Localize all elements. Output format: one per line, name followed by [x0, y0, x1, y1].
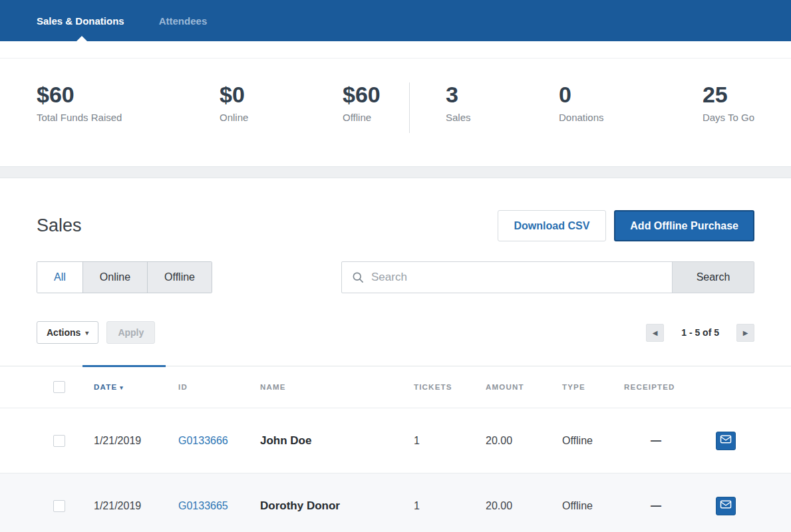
stat-label: Online	[220, 112, 343, 123]
column-header-id[interactable]: ID	[178, 383, 260, 391]
filter-row: All Online Offline Search	[0, 241, 791, 293]
cell-tickets: 1	[414, 500, 486, 512]
stat-days-to-go: 25 Days To Go	[703, 81, 754, 123]
cell-name: Dorothy Donor	[260, 499, 414, 513]
cell-receipted: —	[624, 435, 704, 447]
pagination: ◀ 1 - 5 of 5 ▶	[646, 324, 754, 342]
sales-header: Sales Download CSV Add Offline Purchase	[0, 178, 791, 241]
cell-type: Offline	[562, 435, 624, 447]
cell-name: John Doe	[260, 434, 414, 448]
stat-label: Donations	[559, 112, 672, 123]
stat-total-funds: $60 Total Funds Raised	[37, 81, 220, 123]
tab-attendees[interactable]: Attendees	[159, 15, 208, 27]
row-checkbox[interactable]	[53, 500, 65, 512]
cell-receipted: —	[624, 500, 704, 512]
stat-label: Sales	[446, 112, 559, 123]
prev-page-icon: ◀	[653, 329, 658, 336]
stat-value: 25	[703, 81, 754, 108]
stat-value: $60	[343, 81, 409, 108]
cell-id-link[interactable]: G0133665	[178, 500, 260, 512]
stat-value: $0	[220, 81, 343, 108]
cell-type: Offline	[562, 500, 624, 512]
active-tab-caret-icon	[77, 36, 87, 41]
sales-panel: Sales Download CSV Add Offline Purchase …	[0, 178, 791, 532]
column-header-name[interactable]: NAME	[260, 383, 414, 391]
stat-online: $0 Online	[220, 81, 343, 123]
active-tab-underline	[82, 365, 166, 367]
top-navbar: Sales & Donations Attendees	[0, 0, 791, 41]
cell-amount: 20.00	[486, 500, 562, 512]
stats-summary: $60 Total Funds Raised $0 Online $60 Off…	[0, 59, 791, 167]
apply-button[interactable]: Apply	[106, 321, 155, 344]
email-icon	[720, 499, 732, 512]
filter-online[interactable]: Online	[82, 262, 147, 293]
row-checkbox[interactable]	[53, 435, 65, 447]
stat-donations: 0 Donations	[559, 81, 672, 123]
next-page-icon: ▶	[743, 329, 748, 336]
cell-date: 1/21/2019	[94, 435, 178, 447]
search-group: Search	[341, 261, 754, 293]
download-csv-button[interactable]: Download CSV	[498, 210, 607, 241]
stat-label: Days To Go	[703, 112, 754, 123]
stats-divider	[409, 82, 410, 133]
column-header-type[interactable]: TYPE	[562, 383, 624, 391]
search-icon	[351, 271, 365, 284]
subnav-strip	[0, 41, 791, 59]
table-divider	[0, 366, 791, 366]
cell-amount: 20.00	[486, 435, 562, 447]
stat-sales: 3 Sales	[446, 81, 559, 123]
tab-sales-and-donations[interactable]: Sales & Donations	[37, 15, 124, 27]
stat-label: Offline	[343, 112, 409, 123]
search-input[interactable]	[371, 271, 663, 284]
chevron-down-icon: ▾	[85, 329, 88, 336]
pagination-range: 1 - 5 of 5	[681, 327, 719, 338]
actions-row: Actions ▾ Apply ◀ 1 - 5 of 5 ▶	[0, 293, 791, 344]
select-all-checkbox[interactable]	[53, 381, 65, 393]
stat-value: 0	[559, 81, 672, 108]
table-row: 1/21/2019 G0133665 Dorothy Donor 1 20.00…	[0, 473, 791, 532]
table-row: 1/21/2019 G0133666 John Doe 1 20.00 Offl…	[0, 408, 791, 473]
column-header-date-label: DATE	[94, 383, 117, 391]
cell-date: 1/21/2019	[94, 500, 178, 512]
column-header-amount[interactable]: AMOUNT	[486, 383, 562, 391]
actions-label: Actions	[47, 327, 80, 338]
send-receipt-button[interactable]	[716, 432, 736, 450]
column-header-date[interactable]: DATE▾	[94, 383, 178, 391]
next-page-button[interactable]: ▶	[736, 324, 754, 342]
stat-value: 3	[446, 81, 559, 108]
search-button[interactable]: Search	[672, 262, 754, 293]
filter-all[interactable]: All	[37, 262, 82, 293]
add-offline-purchase-button[interactable]: Add Offline Purchase	[614, 210, 754, 241]
page-title: Sales	[37, 215, 498, 236]
sort-descending-icon: ▾	[120, 384, 124, 391]
table-header-row: DATE▾ ID NAME TICKETS AMOUNT TYPE RECEIP…	[0, 366, 791, 408]
cell-tickets: 1	[414, 435, 486, 447]
column-header-tickets[interactable]: TICKETS	[414, 383, 486, 391]
actions-dropdown-button[interactable]: Actions ▾	[37, 321, 98, 344]
prev-page-button[interactable]: ◀	[646, 324, 664, 342]
search-input-wrap	[342, 262, 672, 293]
filter-offline[interactable]: Offline	[147, 262, 212, 293]
sales-type-filter: All Online Offline	[37, 261, 212, 293]
column-header-receipted[interactable]: RECEIPTED	[624, 383, 704, 391]
stat-value: $60	[37, 81, 220, 108]
stat-label: Total Funds Raised	[37, 112, 220, 123]
send-receipt-button[interactable]	[716, 497, 736, 515]
cell-id-link[interactable]: G0133666	[178, 435, 260, 447]
section-gap	[0, 167, 791, 178]
email-icon	[720, 434, 732, 447]
stat-offline: $60 Offline	[343, 81, 409, 123]
